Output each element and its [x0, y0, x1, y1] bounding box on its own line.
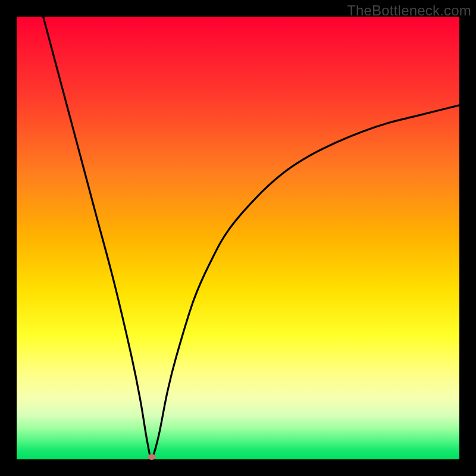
bottleneck-curve	[43, 17, 459, 457]
plot-area	[17, 17, 459, 459]
minimum-marker	[148, 454, 156, 460]
chart-frame: TheBottleneck.com	[0, 0, 476, 476]
watermark-text: TheBottleneck.com	[347, 2, 471, 19]
curve-layer	[17, 17, 459, 459]
